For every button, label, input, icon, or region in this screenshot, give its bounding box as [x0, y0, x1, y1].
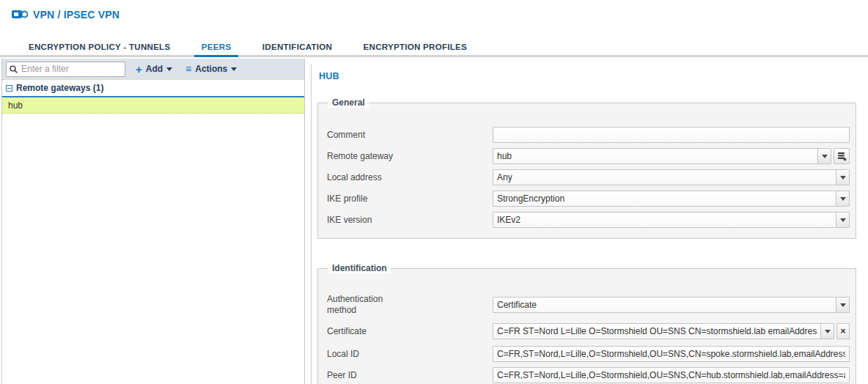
caret-down-icon	[840, 218, 846, 222]
collapse-icon[interactable]	[6, 85, 12, 92]
auth-method-combo	[493, 297, 850, 313]
certificate-label: Certificate	[326, 326, 493, 337]
peer-title: HUB	[319, 71, 856, 81]
peer-id-label: Peer ID	[326, 370, 493, 381]
auth-method-label: Authentication method	[326, 294, 493, 316]
search-icon	[10, 65, 18, 73]
caret-down-icon	[825, 330, 831, 333]
vpn-module-icon	[12, 10, 28, 20]
ike-version-combo	[493, 212, 850, 228]
certificate-dropdown-button[interactable]	[820, 324, 834, 339]
panel-divider	[311, 64, 312, 384]
tree-group-label: Remote gateways (1)	[16, 83, 103, 93]
ike-version-row: IKE version	[326, 212, 850, 228]
local-address-row: Local address	[326, 169, 850, 185]
actions-button[interactable]: ≡ Actions	[183, 62, 240, 75]
ike-profile-input[interactable]	[493, 191, 850, 207]
certificate-input[interactable]	[493, 323, 834, 339]
local-id-label: Local ID	[326, 349, 493, 360]
chevron-down-icon	[231, 67, 237, 71]
chevron-down-icon	[166, 67, 172, 71]
object-stack-plus-icon	[837, 152, 847, 161]
ike-profile-label: IKE profile	[326, 193, 493, 204]
caret-down-icon	[840, 303, 846, 307]
certificate-combo	[493, 323, 834, 339]
remote-gateway-combo	[493, 148, 831, 164]
remote-gateway-label: Remote gateway	[326, 151, 493, 162]
tab-identification[interactable]: IDENTIFICATION	[255, 38, 339, 57]
general-section: General Comment Remote gateway	[317, 97, 856, 239]
gateway-tree: Remote gateways (1) hub	[2, 79, 304, 114]
ike-profile-combo	[493, 191, 850, 207]
remote-gateway-row: Remote gateway	[326, 148, 850, 164]
peer-id-input[interactable]	[493, 367, 850, 383]
peer-detail-panel: HUB General Comment Remote gateway	[317, 64, 856, 384]
tree-group-remote-gateways[interactable]: Remote gateways (1)	[2, 80, 304, 97]
comment-label: Comment	[326, 130, 493, 141]
certificate-row: Certificate ×	[326, 323, 850, 339]
ike-version-dropdown-button[interactable]	[836, 213, 849, 227]
auth-method-row: Authentication method	[326, 292, 850, 317]
caret-down-icon	[822, 155, 828, 158]
close-icon: ×	[840, 327, 845, 336]
tree-item-hub[interactable]: hub	[2, 97, 304, 114]
actions-button-label: Actions	[195, 64, 227, 74]
peer-id-row: Peer ID	[326, 367, 850, 383]
tab-encryption-policy-tunnels[interactable]: ENCRYPTION POLICY - TUNNELS	[21, 38, 177, 57]
local-id-row: Local ID	[326, 346, 850, 362]
tab-bar: ENCRYPTION POLICY - TUNNELS PEERS IDENTI…	[0, 38, 868, 57]
general-legend: General	[328, 97, 369, 108]
comment-row: Comment	[326, 127, 850, 143]
tab-peers[interactable]: PEERS	[194, 38, 239, 57]
comment-input[interactable]	[493, 127, 850, 143]
page-title: VPN / IPSEC VPN	[33, 9, 119, 21]
remote-gateway-dropdown-button[interactable]	[817, 149, 831, 163]
peers-list-panel: + Add ≡ Actions Remote gateways (1) hub	[1, 59, 305, 384]
ike-version-input[interactable]	[493, 212, 850, 228]
menu-icon: ≡	[185, 64, 191, 74]
add-object-button[interactable]	[834, 148, 850, 164]
remote-gateway-input[interactable]	[493, 148, 831, 164]
ike-profile-row: IKE profile	[326, 191, 850, 207]
local-address-combo	[493, 169, 850, 185]
caret-down-icon	[840, 197, 846, 201]
local-address-label: Local address	[326, 172, 493, 183]
identification-legend: Identification	[328, 263, 391, 273]
local-id-input[interactable]	[493, 346, 850, 362]
caret-down-icon	[840, 176, 846, 180]
local-address-input[interactable]	[493, 169, 850, 185]
peers-toolbar: + Add ≡ Actions	[2, 59, 304, 79]
add-button[interactable]: + Add	[133, 62, 175, 76]
auth-method-dropdown-button[interactable]	[836, 298, 849, 312]
certificate-clear-button[interactable]: ×	[836, 323, 850, 339]
filter-box	[6, 62, 125, 77]
local-address-dropdown-button[interactable]	[836, 170, 849, 185]
ike-profile-dropdown-button[interactable]	[836, 191, 849, 206]
page-header: VPN / IPSEC VPN	[12, 9, 119, 21]
filter-input[interactable]	[20, 63, 122, 75]
auth-method-input[interactable]	[493, 297, 850, 313]
identification-section: Identification Authentication method Cer…	[317, 263, 856, 384]
plus-icon: +	[136, 64, 142, 75]
add-button-label: Add	[146, 64, 163, 74]
ike-version-label: IKE version	[326, 215, 493, 226]
tab-encryption-profiles[interactable]: ENCRYPTION PROFILES	[356, 38, 474, 57]
